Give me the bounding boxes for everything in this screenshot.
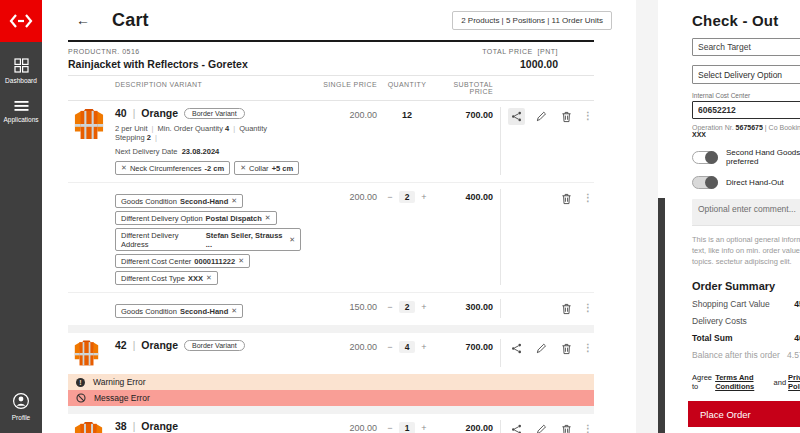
delete-button[interactable] <box>558 340 575 357</box>
delete-button[interactable] <box>558 108 575 125</box>
tag-pill[interactable]: Different Delivery AddressStefan Seiler,… <box>115 228 301 251</box>
direct-handout-toggle-row: Direct Hand-Out <box>692 176 800 189</box>
quantity-value[interactable]: 2 <box>399 301 416 313</box>
cart-summary-badge: 2 Products | 5 Positions | 11 Order Unit… <box>452 11 612 30</box>
product-name: Rainjacket with Reflectors - Goretex <box>68 58 248 70</box>
tag-pill[interactable]: Goods ConditionSecond-Hand✕ <box>115 304 243 318</box>
single-price: 200.00 <box>307 189 377 285</box>
remove-tag-icon[interactable]: ✕ <box>121 164 127 172</box>
quantity-value[interactable]: 1 <box>399 422 416 433</box>
sidebar-item-profile[interactable]: Profile <box>12 392 30 421</box>
quantity-increase-button[interactable]: + <box>421 422 426 433</box>
tag-pill[interactable]: Different Cost TypeXXX✕ <box>115 271 218 285</box>
quantity-increase-button[interactable]: + <box>421 191 426 202</box>
variant-size: 42 <box>115 339 127 351</box>
delete-button[interactable] <box>558 300 575 317</box>
remove-tag-icon[interactable]: ✕ <box>231 197 237 205</box>
table-column-headers: DESCRIPTION VARIANT SINGLE PRICE QUANTIT… <box>68 75 594 101</box>
edit-button[interactable] <box>533 421 550 433</box>
comment-box[interactable] <box>692 199 800 225</box>
single-price: 200.00 <box>307 339 377 367</box>
border-variant-badge: Border Variant <box>184 340 245 351</box>
tag-pill[interactable]: Goods ConditionSecond-Hand✕ <box>115 194 243 208</box>
cost-center-field[interactable]: ✕ <box>692 101 800 119</box>
split-position-button[interactable] <box>508 108 525 125</box>
agree-terms-row: Agree to Terms And Conditions and Privac… <box>692 373 800 391</box>
more-options-button[interactable]: ⋮ <box>583 300 593 313</box>
variant-color: Orange <box>141 107 178 119</box>
quantity-decrease-button[interactable]: − <box>387 301 392 312</box>
cart-main: ← Cart 2 Products | 5 Positions | 11 Ord… <box>42 0 616 433</box>
applications-menu-icon <box>14 100 29 112</box>
search-input[interactable] <box>698 42 800 52</box>
trash-icon <box>561 343 572 355</box>
share-split-icon <box>511 424 522 433</box>
second-hand-toggle[interactable] <box>692 151 718 164</box>
quantity-increase-button[interactable]: + <box>421 341 426 352</box>
quantity-decrease-button[interactable]: − <box>387 422 392 433</box>
subtotal-price: 200.00 <box>437 420 500 433</box>
summary-row-balance: Balance after this order 4.575,00PN <box>692 350 800 360</box>
double-arrow-icon <box>9 14 33 28</box>
tag-list: Goods ConditionSecond-Hand✕Different Del… <box>115 194 301 285</box>
share-split-icon <box>511 343 522 354</box>
product-card-header: PRODUCTNR. 0516 TOTAL PRICE [PNT] Rainja… <box>68 40 594 75</box>
remove-tag-icon[interactable]: ✕ <box>240 164 246 172</box>
tag-pill[interactable]: ✕Neck Circumferences-2 cm <box>115 161 230 175</box>
quantity-value[interactable]: 2 <box>399 191 416 203</box>
cart-header: ← Cart 2 Products | 5 Positions | 11 Ord… <box>42 0 616 40</box>
delivery-option-select[interactable]: Select Delivery Option ∨ <box>692 65 800 83</box>
table-row: 40 | Orange Border Variant 2 per Unit|Mi… <box>68 101 594 183</box>
quantity-decrease-button[interactable]: − <box>387 341 392 352</box>
back-button[interactable]: ← <box>76 12 90 28</box>
delete-button[interactable] <box>558 421 575 433</box>
delete-button[interactable] <box>558 190 575 207</box>
cost-center-input[interactable] <box>698 105 800 115</box>
sidebar-item-applications[interactable]: Applications <box>3 100 38 123</box>
remove-tag-icon[interactable]: ✕ <box>231 307 237 315</box>
share-split-icon <box>511 111 522 122</box>
toggle-knob <box>705 176 718 189</box>
info-text: This is an optional general information … <box>692 235 800 268</box>
more-options-button[interactable]: ⋮ <box>583 340 593 353</box>
direct-handout-toggle[interactable] <box>692 176 718 189</box>
quantity-decrease-button[interactable]: − <box>387 191 392 202</box>
edit-button[interactable] <box>533 108 550 125</box>
sidebar-item-dashboard[interactable]: Dashboard <box>5 58 37 84</box>
trash-icon <box>561 303 572 315</box>
more-options-button[interactable]: ⋮ <box>583 108 593 121</box>
split-position-button[interactable] <box>508 340 525 357</box>
place-order-button[interactable]: Place Order <box>688 401 800 427</box>
edit-button[interactable] <box>533 340 550 357</box>
tag-pill[interactable]: Different Delivery OptionPostal Dispatch… <box>115 211 277 225</box>
error-text: Message Error <box>94 393 150 403</box>
remove-tag-icon[interactable]: ✕ <box>206 274 212 282</box>
quantity-value: 12 <box>402 109 412 120</box>
tag-list: ✕Neck Circumferences-2 cm✕Collar+5 cm <box>115 161 301 175</box>
table-row: 42 | Orange Border Variant 200.00 − 4 + <box>68 333 594 374</box>
more-options-button[interactable]: ⋮ <box>583 421 593 433</box>
tag-pill[interactable]: Different Cost Center0000111222✕ <box>115 254 250 268</box>
more-options-button[interactable]: ⋮ <box>583 190 593 203</box>
remove-tag-icon[interactable]: ✕ <box>238 257 244 265</box>
quantity-value[interactable]: 4 <box>399 341 416 353</box>
checkout-title: Check - Out <box>692 12 800 29</box>
subtotal-price: 400.00 <box>437 189 500 285</box>
privacy-link[interactable]: Privacy Policy <box>788 373 800 391</box>
search-target-field[interactable] <box>692 38 800 56</box>
toggle-label: Direct Hand-Out <box>726 178 784 187</box>
quantity-increase-button[interactable]: + <box>421 301 426 312</box>
remove-tag-icon[interactable]: ✕ <box>289 236 295 244</box>
remove-tag-icon[interactable]: ✕ <box>265 214 271 222</box>
jacket-thumbnail <box>74 420 103 433</box>
sbb-logo[interactable] <box>0 0 42 42</box>
split-position-button[interactable] <box>508 421 525 433</box>
main-scrollbar[interactable] <box>658 198 665 433</box>
content-gutter <box>636 0 658 433</box>
comment-input[interactable] <box>698 204 800 220</box>
tag-pill[interactable]: ✕Collar+5 cm <box>234 161 299 175</box>
checkout-panel: Check - Out Select Delivery Option ∨ Int… <box>682 0 800 433</box>
terms-link[interactable]: Terms And Conditions <box>715 373 771 391</box>
page-title: Cart <box>112 10 149 31</box>
pencil-icon <box>536 343 547 354</box>
